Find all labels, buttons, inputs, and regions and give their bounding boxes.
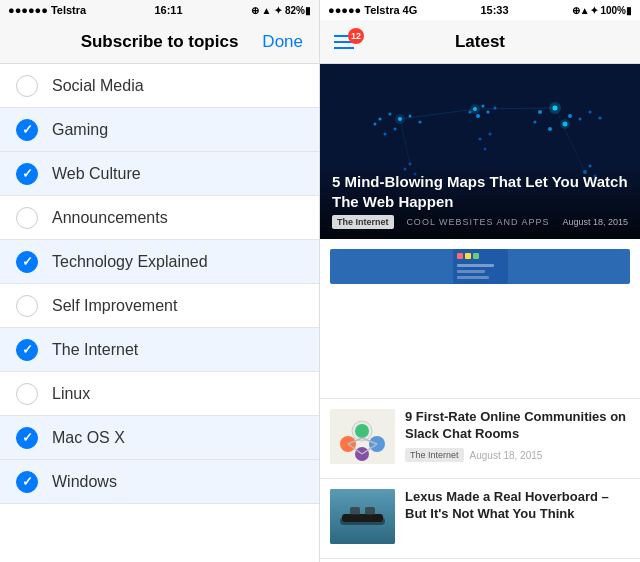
right-content: 5 Mind-Blowing Maps That Let You Watch T… <box>320 64 640 562</box>
article-item-slack[interactable]: 9 First-Rate Online Communities on Slack… <box>320 399 640 479</box>
article-item-hoverboard[interactable]: Lexus Made a Real Hoverboard – But It's … <box>320 479 640 559</box>
svg-point-38 <box>395 114 405 124</box>
left-status-icons: ⊕ ▲ ✦ 82%▮ <box>251 5 311 16</box>
article-date-slack: August 18, 2015 <box>470 450 543 461</box>
right-status-bar: ●●●●● Telstra 4G 15:33 ⊕▲✦ 100%▮ <box>320 0 640 20</box>
topic-item-web-culture[interactable]: Web Culture <box>0 152 319 196</box>
article-thumb-hoverboard <box>330 489 395 544</box>
slack-thumb-visual <box>330 409 395 464</box>
hero-article[interactable]: 5 Mind-Blowing Maps That Let You Watch T… <box>320 64 640 239</box>
svg-point-9 <box>419 121 422 124</box>
hero-watermark: Cool Websites and Apps <box>406 217 549 227</box>
latest-title: Latest <box>455 32 505 52</box>
topic-item-technology-explained[interactable]: Technology Explained <box>0 240 319 284</box>
slack-svg <box>330 409 395 464</box>
bluetooth-icon: ✦ <box>274 5 282 16</box>
hero-footer: The Internet Cool Websites and Apps Augu… <box>332 215 628 229</box>
svg-point-25 <box>479 138 482 141</box>
right-time: 15:33 <box>480 4 508 16</box>
svg-point-41 <box>560 119 570 129</box>
topic-checkbox-mac-os-x <box>16 427 38 449</box>
topic-item-the-internet[interactable]: The Internet <box>0 328 319 372</box>
svg-point-27 <box>489 133 492 136</box>
topic-label-announcements: Announcements <box>52 209 168 227</box>
left-status-bar: ●●●●●● Telstra 16:11 ⊕ ▲ ✦ 82%▮ <box>0 0 319 20</box>
svg-rect-56 <box>365 507 375 515</box>
svg-point-5 <box>409 115 412 118</box>
article-tag-slack: The Internet <box>405 448 464 462</box>
right-panel: ●●●●● Telstra 4G 15:33 ⊕▲✦ 100%▮ 12 Late… <box>320 0 640 562</box>
topic-checkbox-technology-explained <box>16 251 38 273</box>
left-panel: ●●●●●● Telstra 16:11 ⊕ ▲ ✦ 82%▮ Subscrib… <box>0 0 320 562</box>
right-status-icons: ⊕▲✦ 100%▮ <box>572 5 632 16</box>
article-meta-slack: The Internet August 18, 2015 <box>405 448 630 462</box>
svg-point-22 <box>548 127 552 131</box>
article-title-slack: 9 First-Rate Online Communities on Slack… <box>405 409 630 443</box>
svg-point-11 <box>482 105 485 108</box>
article-thumb-windows10 <box>330 249 630 284</box>
svg-point-16 <box>538 110 542 114</box>
topic-label-the-internet: The Internet <box>52 341 138 359</box>
svg-point-21 <box>534 121 537 124</box>
topic-label-technology-explained: Technology Explained <box>52 253 208 271</box>
topic-checkbox-the-internet <box>16 339 38 361</box>
hover-svg <box>330 489 395 544</box>
left-time: 16:11 <box>154 4 182 16</box>
svg-rect-54 <box>342 514 383 522</box>
svg-point-6 <box>394 128 397 131</box>
hover-thumb-visual <box>330 489 395 544</box>
svg-point-26 <box>484 148 487 151</box>
right-header: 12 Latest <box>320 20 640 64</box>
subscribe-title: Subscribe to topics <box>81 32 239 52</box>
svg-point-20 <box>579 118 582 121</box>
topic-label-mac-os-x: Mac OS X <box>52 429 125 447</box>
topic-label-gaming: Gaming <box>52 121 108 139</box>
svg-point-23 <box>589 111 592 114</box>
topic-checkbox-windows <box>16 471 38 493</box>
article-item-windows10[interactable]: Everything You Need to Know About Window… <box>320 239 640 399</box>
topic-checkbox-social-media <box>16 75 38 97</box>
topic-item-social-media[interactable]: Social Media <box>0 64 319 108</box>
topic-checkbox-linux <box>16 383 38 405</box>
article-info-slack: 9 First-Rate Online Communities on Slack… <box>405 409 630 462</box>
article-info-hoverboard: Lexus Made a Real Hoverboard – But It's … <box>405 489 630 528</box>
topic-item-linux[interactable]: Linux <box>0 372 319 416</box>
topic-item-mac-os-x[interactable]: Mac OS X <box>0 416 319 460</box>
topic-label-social-media: Social Media <box>52 77 144 95</box>
topic-item-windows[interactable]: Windows <box>0 460 319 504</box>
hero-category: The Internet <box>332 215 394 229</box>
svg-point-3 <box>389 113 392 116</box>
svg-point-13 <box>476 114 480 118</box>
topic-item-announcements[interactable]: Announcements <box>0 196 319 240</box>
hero-title: 5 Mind-Blowing Maps That Let You Watch T… <box>332 172 628 211</box>
topic-label-self-improvement: Self Improvement <box>52 297 177 315</box>
topic-checkbox-web-culture <box>16 163 38 185</box>
windows-thumb-visual <box>330 249 630 284</box>
svg-point-7 <box>384 133 387 136</box>
left-header: Subscribe to topics Done <box>0 20 319 64</box>
topic-list: Social MediaGamingWeb CultureAnnouncemen… <box>0 64 319 562</box>
topic-item-self-improvement[interactable]: Self Improvement <box>0 284 319 328</box>
notification-badge: 12 <box>348 28 364 44</box>
svg-rect-55 <box>350 507 360 515</box>
svg-point-2 <box>379 118 382 121</box>
hero-overlay: 5 Mind-Blowing Maps That Let You Watch T… <box>320 162 640 239</box>
topic-label-linux: Linux <box>52 385 90 403</box>
svg-point-18 <box>568 114 572 118</box>
topic-checkbox-self-improvement <box>16 295 38 317</box>
article-thumb-slack <box>330 409 395 464</box>
svg-point-39 <box>470 104 480 114</box>
topic-item-gaming[interactable]: Gaming <box>0 108 319 152</box>
right-carrier: ●●●●● Telstra 4G <box>328 4 417 16</box>
hero-date: August 18, 2015 <box>562 217 628 227</box>
wifi-icon: ⊕ <box>251 5 259 16</box>
left-carrier: ●●●●●● Telstra <box>8 4 86 16</box>
menu-line-3 <box>334 47 354 49</box>
topic-label-web-culture: Web Culture <box>52 165 141 183</box>
done-button[interactable]: Done <box>262 32 303 52</box>
battery-icon: 82%▮ <box>285 5 311 16</box>
svg-point-15 <box>494 107 497 110</box>
svg-point-24 <box>599 117 602 120</box>
location-icon: ▲ <box>262 5 272 16</box>
topic-checkbox-gaming <box>16 119 38 141</box>
